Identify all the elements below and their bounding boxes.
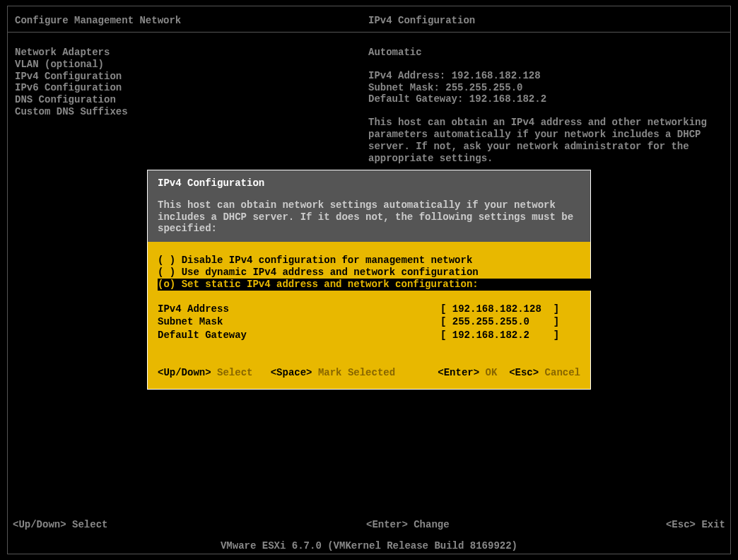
header-title-left: Configure Management Network [15, 15, 368, 26]
hint-esc-label: Cancel [545, 367, 580, 378]
bottom-change-label: Change [414, 519, 449, 530]
dialog-title: IPv4 Configuration [158, 177, 580, 189]
sidebar-item-ipv6[interactable]: IPv6 Configuration [15, 82, 368, 94]
sidebar-item-vlan[interactable]: VLAN (optional) [15, 59, 368, 71]
radio-disable-ipv4[interactable]: ( ) Disable IPv4 configuration for manag… [158, 255, 580, 267]
radio-static-ipv4[interactable]: (o) Set static IPv4 address and network … [158, 279, 606, 291]
bottom-exit-key: <Esc> [666, 519, 696, 530]
field-ipv4-address[interactable]: IPv4 Address [ 192.168.182.128 ] [158, 303, 580, 315]
hint-updown-key: <Up/Down> [158, 367, 211, 378]
field-label-address: IPv4 Address [158, 303, 440, 315]
hint-esc-key[interactable]: <Esc> [509, 367, 539, 378]
info-address: IPv4 Address: 192.168.182.128 [368, 70, 723, 82]
field-value-address[interactable]: [ 192.168.182.128 ] [440, 303, 559, 315]
dialog-description: This host can obtain network settings au… [158, 199, 580, 235]
bottom-hint-bar: <Up/Down> Select <Enter> Change <Esc> Ex… [7, 516, 731, 533]
field-subnet-mask[interactable]: Subnet Mask [ 255.255.255.0 ] [158, 316, 580, 328]
bottom-exit-label: Exit [701, 519, 725, 530]
radio-group: ( ) Disable IPv4 configuration for manag… [158, 255, 580, 290]
field-default-gateway[interactable]: Default Gateway [ 192.168.182.2 ] [158, 329, 580, 342]
info-description: This host can obtain an IPv4 address and… [368, 117, 723, 164]
content-area: Network Adapters VLAN (optional) IPv4 Co… [8, 33, 730, 171]
sidebar-item-ipv4[interactable]: IPv4 Configuration [15, 71, 368, 83]
header-title-right: IPv4 Configuration [368, 15, 723, 26]
info-panel: Automatic IPv4 Address: 192.168.182.128 … [368, 47, 723, 164]
sidebar-item-custom-dns[interactable]: Custom DNS Suffixes [15, 106, 368, 118]
header: Configure Management Network IPv4 Config… [8, 6, 730, 33]
info-mode: Automatic [368, 47, 723, 59]
hint-space-label: Mark Selected [318, 367, 395, 378]
dialog-header: IPv4 Configuration This host can obtain … [148, 170, 590, 242]
hint-space-key: <Space> [271, 367, 312, 378]
fields-block: IPv4 Address [ 192.168.182.128 ] Subnet … [158, 303, 580, 342]
info-mask: Subnet Mask: 255.255.255.0 [368, 82, 723, 94]
sidebar-menu: Network Adapters VLAN (optional) IPv4 Co… [15, 47, 368, 164]
sidebar-item-network-adapters[interactable]: Network Adapters [15, 47, 368, 59]
field-label-gateway: Default Gateway [158, 329, 440, 342]
dialog-body: ( ) Disable IPv4 configuration for manag… [148, 242, 590, 389]
dialog-footer: <Up/Down> Select <Space> Mark Selected <… [158, 367, 580, 379]
field-value-mask[interactable]: [ 255.255.255.0 ] [440, 316, 559, 328]
ipv4-config-dialog: IPv4 Configuration This host can obtain … [147, 170, 591, 390]
hint-enter-label: OK [486, 367, 498, 378]
info-gateway: Default Gateway: 192.168.182.2 [368, 93, 723, 105]
hint-updown-label: Select [217, 367, 252, 378]
field-label-mask: Subnet Mask [158, 316, 440, 328]
bottom-select-key: <Up/Down> [13, 519, 66, 530]
sidebar-item-dns[interactable]: DNS Configuration [15, 94, 368, 106]
bottom-select-label: Select [72, 519, 107, 530]
version-bar: VMware ESXi 6.7.0 (VMKernel Release Buil… [0, 540, 738, 552]
hint-enter-key[interactable]: <Enter> [438, 367, 479, 378]
field-value-gateway[interactable]: [ 192.168.182.2 ] [440, 329, 559, 342]
bottom-change-key: <Enter> [366, 519, 408, 530]
radio-dynamic-ipv4[interactable]: ( ) Use dynamic IPv4 address and network… [158, 267, 580, 279]
